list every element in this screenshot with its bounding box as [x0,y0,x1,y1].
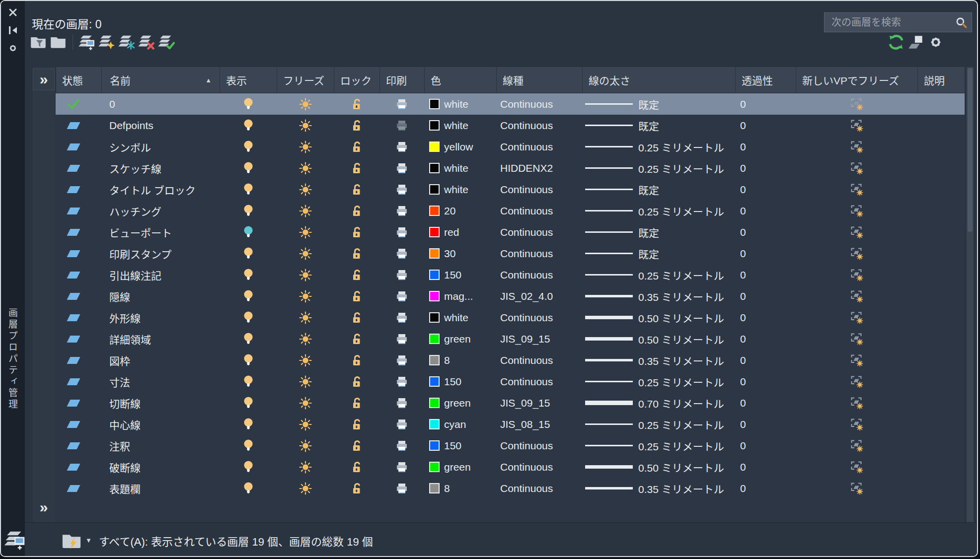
transparency-cell[interactable]: 0 [735,456,796,478]
status-cell[interactable] [56,307,101,328]
table-row[interactable]: シンボル yellow Continuous 0.25 ミリメートル 0 [56,136,965,157]
lock-cell[interactable] [334,349,379,371]
lineweight-cell[interactable]: 0.25 ミリメートル [582,435,735,456]
column-header-status[interactable]: 状態 [56,67,102,93]
description-cell[interactable] [917,264,965,285]
plot-cell[interactable] [379,93,424,115]
vp-freeze-cell[interactable] [796,243,917,264]
status-cell[interactable] [56,93,101,115]
plot-cell[interactable] [379,200,424,221]
lineweight-cell[interactable]: 0.35 ミリメートル [582,478,735,499]
lineweight-cell[interactable]: 0.25 ミリメートル [582,136,735,157]
lineweight-cell[interactable]: 0.25 ミリメートル [582,414,735,435]
lock-cell[interactable] [334,414,379,435]
vp-freeze-cell[interactable] [796,179,917,200]
vp-freeze-cell[interactable] [796,435,917,456]
status-cell[interactable] [56,414,101,435]
lock-cell[interactable] [334,456,379,478]
column-header-name[interactable]: 名前▲ [102,67,220,93]
linetype-cell[interactable]: Continuous [496,115,582,136]
freeze-cell[interactable] [277,200,334,221]
layer-name-cell[interactable]: 図枠 [101,349,220,371]
status-cell[interactable] [56,200,101,221]
linetype-cell[interactable]: Continuous [496,93,582,115]
description-cell[interactable] [917,307,965,328]
linetype-cell[interactable]: JIS_08_15 [496,414,582,435]
layer-filter-icon[interactable] [29,33,48,52]
freeze-cell[interactable] [277,179,334,200]
linetype-cell[interactable]: HIDDENX2 [496,157,582,179]
transparency-cell[interactable]: 0 [735,414,796,435]
table-row[interactable]: 隠線 mag... JIS_02_4.0 0.35 ミリメートル 0 [56,285,965,307]
column-header-description[interactable]: 説明 [918,67,965,93]
description-cell[interactable] [917,392,965,414]
layer-name-cell[interactable]: 注釈 [101,435,220,456]
lineweight-cell[interactable]: 0.35 ミリメートル [582,285,735,307]
column-header-transparency[interactable]: 透過性 [736,67,796,93]
layer-name-cell[interactable]: 外形線 [101,307,220,328]
visibility-cell[interactable] [220,285,277,307]
linetype-cell[interactable]: Continuous [496,243,582,264]
auto-hide-pin-icon[interactable] [6,24,19,37]
lock-cell[interactable] [334,93,379,115]
color-cell[interactable]: mag... [424,285,496,307]
color-swatch[interactable] [429,141,440,152]
freeze-cell[interactable] [277,456,334,478]
color-cell[interactable]: 150 [424,435,496,456]
layer-notify-icon[interactable] [906,33,925,52]
vp-freeze-cell[interactable] [796,414,917,435]
transparency-cell[interactable]: 0 [735,307,796,328]
color-swatch[interactable] [429,227,440,237]
description-cell[interactable] [917,414,965,435]
plot-cell[interactable] [379,136,424,157]
layer-name-cell[interactable]: 引出線注記 [101,264,220,285]
linetype-cell[interactable]: Continuous [496,349,582,371]
table-row[interactable]: 引出線注記 150 Continuous 0.25 ミリメートル 0 [56,264,965,285]
description-cell[interactable] [917,285,965,307]
color-cell[interactable]: white [424,93,496,115]
layer-name-cell[interactable]: 0 [101,93,220,115]
plot-cell[interactable] [379,371,424,392]
column-header-lineweight[interactable]: 線の太さ [583,67,736,93]
description-cell[interactable] [917,435,965,456]
color-swatch[interactable] [429,312,440,323]
plot-cell[interactable] [379,285,424,307]
visibility-cell[interactable] [220,157,277,179]
visibility-cell[interactable] [220,435,277,456]
table-row[interactable]: 印刷スタンプ 30 Continuous 既定 0 [56,243,965,264]
table-row[interactable]: 切断線 green JIS_09_15 0.70 ミリメートル 0 [56,392,965,414]
set-current-icon[interactable] [156,33,175,52]
expand-filter-pane-bottom-icon[interactable]: » [33,496,55,518]
plot-cell[interactable] [379,456,424,478]
freeze-cell[interactable] [277,414,334,435]
linetype-cell[interactable]: Continuous [496,200,582,221]
transparency-cell[interactable]: 0 [735,349,796,371]
search-input[interactable] [830,16,955,29]
color-cell[interactable]: cyan [424,414,496,435]
layer-name-cell[interactable]: 中心線 [101,414,220,435]
vp-freeze-cell[interactable] [796,371,917,392]
status-cell[interactable] [56,179,101,200]
plot-cell[interactable] [379,478,424,499]
table-row[interactable]: 中心線 cyan JIS_08_15 0.25 ミリメートル 0 [56,414,965,435]
status-cell[interactable] [56,478,101,499]
vp-freeze-cell[interactable] [796,93,917,115]
freeze-cell[interactable] [277,243,334,264]
lineweight-cell[interactable]: 既定 [582,243,735,264]
vp-freeze-cell[interactable] [796,115,917,136]
filter-dropdown-icon[interactable]: ▼ [85,537,92,544]
color-swatch[interactable] [429,398,440,408]
transparency-cell[interactable]: 0 [735,115,796,136]
vp-freeze-cell[interactable] [796,307,917,328]
color-cell[interactable]: 20 [424,200,496,221]
description-cell[interactable] [917,371,965,392]
lineweight-cell[interactable]: 0.25 ミリメートル [582,371,735,392]
description-cell[interactable] [917,157,965,179]
linetype-cell[interactable]: Continuous [496,179,582,200]
layer-name-cell[interactable]: 寸法 [101,371,220,392]
color-cell[interactable]: 30 [424,243,496,264]
color-swatch[interactable] [429,163,440,173]
status-cell[interactable] [56,157,101,179]
status-cell[interactable] [56,264,101,285]
linetype-cell[interactable]: Continuous [496,221,582,243]
